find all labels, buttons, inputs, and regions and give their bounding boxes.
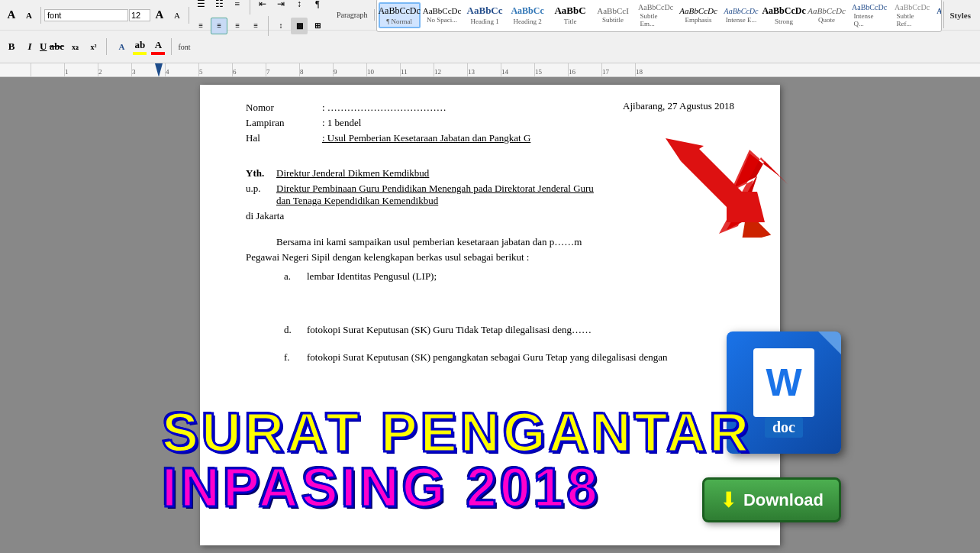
font-size-input[interactable] [129, 9, 150, 21]
style-strong-preview: AaBbCcDc [762, 5, 805, 17]
style-subtitle-preview: AaBbCcI [597, 6, 629, 15]
nomor-colon [307, 100, 322, 115]
styles-label: Styles [943, 2, 978, 28]
style-intense-q[interactable]: AaBbCcDc Intense Q... [849, 1, 891, 30]
body1-end: …… [554, 236, 574, 247]
style-title[interactable]: AaBbC Title [550, 2, 592, 27]
style-nospace-preview: AaBbCcDc [423, 6, 462, 15]
style-subtitle-label: Subtitle [602, 16, 624, 24]
font-color-button[interactable]: A [150, 39, 166, 55]
style-subtle-em[interactable]: AaBbCcDc Subtle Em... [635, 1, 677, 30]
ruler-mark-6: 6 [232, 63, 266, 76]
document-area: Ajibarang, 27 Agustus 2018 Nomor : ……………… [0, 77, 980, 553]
highlight-button[interactable]: ab [131, 39, 148, 55]
style-h2-label: Heading 2 [513, 18, 541, 25]
ruler-mark-15: 15 [534, 63, 568, 76]
style-strong[interactable]: AaBbCcDc Strong [763, 3, 805, 27]
document-page[interactable]: Ajibarang, 27 Agustus 2018 Nomor : ……………… [200, 85, 780, 545]
document-date: Ajibarang, 27 Agustus 2018 [623, 100, 734, 112]
style-h2[interactable]: AaBbCc Heading 2 [507, 3, 549, 27]
style-subtle-ref[interactable]: AaBbCcDc Subtle Ref... [891, 1, 933, 30]
ruler: 1 2 3 4 5 6 7 8 9 10 11 12 13 14 15 16 1… [0, 63, 980, 77]
style-intense2[interactable]: AaBbCcDc Intens... [934, 5, 942, 26]
style-strong-label: Strong [775, 18, 793, 25]
font-section-label: font [173, 43, 195, 51]
style-subtitle[interactable]: AaBbCcI Subtitle [592, 4, 634, 26]
sort-icon[interactable]: ↕ [291, 0, 308, 13]
body1-text: Bersama ini kami sampaikan usul pemberia… [276, 236, 554, 247]
style-h1[interactable]: AaBbCc Heading 1 [464, 2, 506, 27]
ruler-mark-7: 7 [266, 63, 299, 76]
show-para-icon[interactable]: ¶ [309, 0, 326, 13]
style-title-preview: AaBbC [554, 5, 585, 17]
style-emphasis-label: Emphasis [685, 16, 712, 24]
word-icon-fold [818, 331, 841, 354]
up-row: u.p. Direktur Pembinaan Guru Pendidikan … [246, 183, 734, 207]
ruler-mark-14: 14 [501, 63, 534, 76]
ruler-mark-18: 18 [635, 63, 669, 76]
strikethrough-button[interactable]: abc [48, 38, 65, 55]
decrease-indent-icon[interactable]: ⇤ [254, 0, 271, 13]
style-h2-preview: AaBbCc [511, 5, 543, 17]
bullet-list-icon[interactable]: ☰ [192, 0, 209, 13]
ruler-mark-10: 10 [366, 63, 400, 76]
hal-colon [307, 131, 322, 146]
list-content-d: fotokopi Surat Keputusan (SK) Guru Tidak… [307, 324, 734, 336]
style-emphasis[interactable]: AaBbCcDc Emphasis [678, 4, 720, 26]
list-label-a: a. [284, 270, 307, 283]
ruler-mark-9: 9 [333, 63, 366, 76]
font-shrink-icon[interactable]: A [21, 7, 37, 24]
font-color-bar [151, 52, 165, 55]
font-grow-icon[interactable]: A [3, 7, 20, 24]
style-quote-preview: AaBbCcDc [808, 6, 845, 15]
style-normal-label: ¶ Normal [386, 18, 412, 25]
word-icon-inner: W [753, 348, 814, 417]
font-size-grow-icon[interactable]: A [151, 7, 168, 24]
ruler-inner: 1 2 3 4 5 6 7 8 9 10 11 12 13 14 15 16 1… [0, 63, 980, 76]
download-button[interactable]: ⬇ Download [702, 477, 841, 522]
numbered-list-icon[interactable]: ☷ [211, 0, 227, 13]
word-icon[interactable]: W doc [727, 331, 841, 454]
up-content: Direktur Pembinaan Guru Pendidikan Menen… [276, 183, 594, 207]
style-nospace[interactable]: AaBbCcDc No Spaci... [421, 4, 463, 26]
toolbar-row1: A A A A ☰ ☷ ≡ ⇤ ⇥ ↕ ¶ ≡ ≡ [0, 0, 980, 31]
body2-text: Pegawai Negeri Sipil dengan kelengkapan … [246, 251, 529, 263]
word-doc-label: doc [765, 417, 803, 438]
overlay-title1: SURAT PENGANTAR [154, 405, 826, 460]
font-size-shrink-icon[interactable]: A [169, 7, 185, 24]
multilevel-list-icon[interactable]: ≡ [229, 0, 246, 13]
italic-button[interactable]: I [21, 38, 38, 55]
ruler-mark-11: 11 [400, 63, 434, 76]
body1-end2: m [574, 236, 582, 247]
doc-list: a. lembar Identitas Pengusul (LIP); d. f… [284, 270, 734, 364]
styles-group: AaBbCcDc ¶ Normal AaBbCcDc No Spaci... A… [376, 0, 942, 32]
style-intense-e-label: Intense E... [726, 16, 757, 24]
style-normal[interactable]: AaBbCcDc ¶ Normal [379, 2, 421, 28]
underline-button[interactable]: U [40, 40, 47, 53]
text-effects-button[interactable]: A [113, 38, 130, 55]
style-nospace-label: No Spaci... [427, 16, 457, 24]
download-label: Download [743, 490, 824, 510]
style-intense2-preview: AaBbCcDc [936, 7, 941, 15]
spacer1 [246, 155, 734, 167]
download-arrow-icon: ⬇ [720, 487, 737, 513]
yth-row: Yth. Direktur Jenderal Dikmen Kemdikbud [246, 167, 734, 179]
style-subtle-em-label: Subtle Em... [640, 12, 672, 27]
ruler-mark-4: 4 [165, 63, 198, 76]
ruler-mark-12: 12 [434, 63, 467, 76]
bold-button[interactable]: B [3, 38, 20, 55]
increase-indent-icon[interactable]: ⇥ [272, 0, 289, 13]
style-quote[interactable]: AaBbCcDc Quote [806, 4, 848, 26]
superscript-button[interactable]: x² [85, 38, 102, 55]
lampiran-label: Lampiran [246, 115, 307, 131]
style-intense-e[interactable]: AaBbCcDc Intense E... [720, 5, 762, 26]
font-name-input[interactable] [44, 9, 128, 21]
style-emphasis-preview: AaBbCcDc [679, 6, 717, 15]
body-paragraph2: Pegawai Negeri Sipil dengan kelengkapan … [246, 250, 734, 265]
list-content-a: lembar Identitas Pengusul (LIP); [307, 270, 734, 283]
hal-label: Hal [246, 131, 307, 146]
di-text: di Jakarta [246, 210, 284, 222]
separator1 [250, 0, 250, 15]
toolbar-row2: B I U abc x₂ x² A ab A font [0, 31, 980, 63]
subscript-button[interactable]: x₂ [66, 38, 83, 55]
